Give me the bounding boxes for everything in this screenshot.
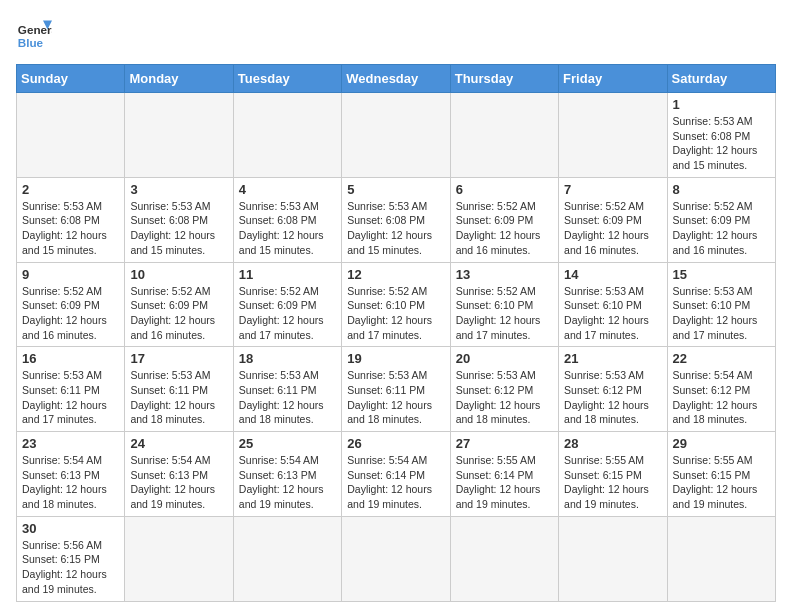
- weekday-header-thursday: Thursday: [450, 65, 558, 93]
- day-info: Sunrise: 5:55 AM Sunset: 6:15 PM Dayligh…: [673, 453, 770, 512]
- calendar-cell: 3Sunrise: 5:53 AM Sunset: 6:08 PM Daylig…: [125, 177, 233, 262]
- day-info: Sunrise: 5:53 AM Sunset: 6:11 PM Dayligh…: [239, 368, 336, 427]
- day-number: 9: [22, 267, 119, 282]
- calendar-cell: 9Sunrise: 5:52 AM Sunset: 6:09 PM Daylig…: [17, 262, 125, 347]
- day-info: Sunrise: 5:53 AM Sunset: 6:10 PM Dayligh…: [564, 284, 661, 343]
- day-info: Sunrise: 5:53 AM Sunset: 6:11 PM Dayligh…: [22, 368, 119, 427]
- day-number: 4: [239, 182, 336, 197]
- page-header: General Blue: [16, 16, 776, 52]
- day-number: 20: [456, 351, 553, 366]
- calendar-cell: [17, 93, 125, 178]
- calendar-cell: 15Sunrise: 5:53 AM Sunset: 6:10 PM Dayli…: [667, 262, 775, 347]
- day-info: Sunrise: 5:52 AM Sunset: 6:10 PM Dayligh…: [347, 284, 444, 343]
- day-number: 10: [130, 267, 227, 282]
- day-info: Sunrise: 5:55 AM Sunset: 6:15 PM Dayligh…: [564, 453, 661, 512]
- day-info: Sunrise: 5:52 AM Sunset: 6:09 PM Dayligh…: [22, 284, 119, 343]
- day-info: Sunrise: 5:53 AM Sunset: 6:11 PM Dayligh…: [130, 368, 227, 427]
- calendar-cell: [667, 516, 775, 601]
- day-info: Sunrise: 5:53 AM Sunset: 6:11 PM Dayligh…: [347, 368, 444, 427]
- calendar-cell: [342, 516, 450, 601]
- day-number: 2: [22, 182, 119, 197]
- week-row-5: 30Sunrise: 5:56 AM Sunset: 6:15 PM Dayli…: [17, 516, 776, 601]
- day-number: 3: [130, 182, 227, 197]
- day-number: 17: [130, 351, 227, 366]
- day-info: Sunrise: 5:52 AM Sunset: 6:09 PM Dayligh…: [564, 199, 661, 258]
- day-number: 25: [239, 436, 336, 451]
- weekday-header-friday: Friday: [559, 65, 667, 93]
- day-info: Sunrise: 5:53 AM Sunset: 6:08 PM Dayligh…: [673, 114, 770, 173]
- weekday-header-row: SundayMondayTuesdayWednesdayThursdayFrid…: [17, 65, 776, 93]
- day-number: 14: [564, 267, 661, 282]
- day-number: 22: [673, 351, 770, 366]
- day-number: 29: [673, 436, 770, 451]
- day-info: Sunrise: 5:54 AM Sunset: 6:13 PM Dayligh…: [130, 453, 227, 512]
- calendar-cell: 22Sunrise: 5:54 AM Sunset: 6:12 PM Dayli…: [667, 347, 775, 432]
- weekday-header-saturday: Saturday: [667, 65, 775, 93]
- calendar-cell: 11Sunrise: 5:52 AM Sunset: 6:09 PM Dayli…: [233, 262, 341, 347]
- day-number: 28: [564, 436, 661, 451]
- calendar-cell: 26Sunrise: 5:54 AM Sunset: 6:14 PM Dayli…: [342, 432, 450, 517]
- logo: General Blue: [16, 16, 52, 52]
- day-number: 12: [347, 267, 444, 282]
- calendar-cell: 28Sunrise: 5:55 AM Sunset: 6:15 PM Dayli…: [559, 432, 667, 517]
- day-info: Sunrise: 5:52 AM Sunset: 6:09 PM Dayligh…: [130, 284, 227, 343]
- day-info: Sunrise: 5:53 AM Sunset: 6:12 PM Dayligh…: [456, 368, 553, 427]
- logo-icon: General Blue: [16, 16, 52, 52]
- day-info: Sunrise: 5:53 AM Sunset: 6:10 PM Dayligh…: [673, 284, 770, 343]
- day-number: 23: [22, 436, 119, 451]
- day-number: 24: [130, 436, 227, 451]
- day-info: Sunrise: 5:52 AM Sunset: 6:09 PM Dayligh…: [456, 199, 553, 258]
- day-info: Sunrise: 5:53 AM Sunset: 6:08 PM Dayligh…: [130, 199, 227, 258]
- day-info: Sunrise: 5:54 AM Sunset: 6:13 PM Dayligh…: [239, 453, 336, 512]
- calendar-cell: 1Sunrise: 5:53 AM Sunset: 6:08 PM Daylig…: [667, 93, 775, 178]
- weekday-header-wednesday: Wednesday: [342, 65, 450, 93]
- calendar-cell: [342, 93, 450, 178]
- day-number: 13: [456, 267, 553, 282]
- calendar-cell: [125, 516, 233, 601]
- day-number: 19: [347, 351, 444, 366]
- week-row-3: 16Sunrise: 5:53 AM Sunset: 6:11 PM Dayli…: [17, 347, 776, 432]
- day-info: Sunrise: 5:53 AM Sunset: 6:08 PM Dayligh…: [239, 199, 336, 258]
- day-info: Sunrise: 5:52 AM Sunset: 6:09 PM Dayligh…: [673, 199, 770, 258]
- day-info: Sunrise: 5:52 AM Sunset: 6:10 PM Dayligh…: [456, 284, 553, 343]
- day-number: 30: [22, 521, 119, 536]
- calendar-cell: 4Sunrise: 5:53 AM Sunset: 6:08 PM Daylig…: [233, 177, 341, 262]
- calendar-cell: 2Sunrise: 5:53 AM Sunset: 6:08 PM Daylig…: [17, 177, 125, 262]
- day-number: 11: [239, 267, 336, 282]
- calendar-cell: 19Sunrise: 5:53 AM Sunset: 6:11 PM Dayli…: [342, 347, 450, 432]
- week-row-1: 2Sunrise: 5:53 AM Sunset: 6:08 PM Daylig…: [17, 177, 776, 262]
- day-number: 8: [673, 182, 770, 197]
- day-number: 5: [347, 182, 444, 197]
- week-row-2: 9Sunrise: 5:52 AM Sunset: 6:09 PM Daylig…: [17, 262, 776, 347]
- calendar-cell: 7Sunrise: 5:52 AM Sunset: 6:09 PM Daylig…: [559, 177, 667, 262]
- calendar-cell: [450, 93, 558, 178]
- svg-text:Blue: Blue: [18, 36, 44, 49]
- day-info: Sunrise: 5:56 AM Sunset: 6:15 PM Dayligh…: [22, 538, 119, 597]
- calendar-cell: [125, 93, 233, 178]
- day-info: Sunrise: 5:53 AM Sunset: 6:08 PM Dayligh…: [22, 199, 119, 258]
- day-number: 16: [22, 351, 119, 366]
- day-info: Sunrise: 5:54 AM Sunset: 6:13 PM Dayligh…: [22, 453, 119, 512]
- day-number: 6: [456, 182, 553, 197]
- day-number: 15: [673, 267, 770, 282]
- calendar-cell: 21Sunrise: 5:53 AM Sunset: 6:12 PM Dayli…: [559, 347, 667, 432]
- calendar-cell: 27Sunrise: 5:55 AM Sunset: 6:14 PM Dayli…: [450, 432, 558, 517]
- calendar-cell: [233, 93, 341, 178]
- calendar-cell: 23Sunrise: 5:54 AM Sunset: 6:13 PM Dayli…: [17, 432, 125, 517]
- day-info: Sunrise: 5:55 AM Sunset: 6:14 PM Dayligh…: [456, 453, 553, 512]
- calendar-cell: 6Sunrise: 5:52 AM Sunset: 6:09 PM Daylig…: [450, 177, 558, 262]
- calendar-cell: 24Sunrise: 5:54 AM Sunset: 6:13 PM Dayli…: [125, 432, 233, 517]
- calendar-cell: 8Sunrise: 5:52 AM Sunset: 6:09 PM Daylig…: [667, 177, 775, 262]
- calendar-cell: 14Sunrise: 5:53 AM Sunset: 6:10 PM Dayli…: [559, 262, 667, 347]
- weekday-header-sunday: Sunday: [17, 65, 125, 93]
- day-info: Sunrise: 5:53 AM Sunset: 6:12 PM Dayligh…: [564, 368, 661, 427]
- calendar-cell: [559, 516, 667, 601]
- day-info: Sunrise: 5:54 AM Sunset: 6:12 PM Dayligh…: [673, 368, 770, 427]
- day-info: Sunrise: 5:54 AM Sunset: 6:14 PM Dayligh…: [347, 453, 444, 512]
- calendar-cell: 5Sunrise: 5:53 AM Sunset: 6:08 PM Daylig…: [342, 177, 450, 262]
- day-info: Sunrise: 5:52 AM Sunset: 6:09 PM Dayligh…: [239, 284, 336, 343]
- calendar-cell: 10Sunrise: 5:52 AM Sunset: 6:09 PM Dayli…: [125, 262, 233, 347]
- calendar-cell: 13Sunrise: 5:52 AM Sunset: 6:10 PM Dayli…: [450, 262, 558, 347]
- day-number: 21: [564, 351, 661, 366]
- day-number: 1: [673, 97, 770, 112]
